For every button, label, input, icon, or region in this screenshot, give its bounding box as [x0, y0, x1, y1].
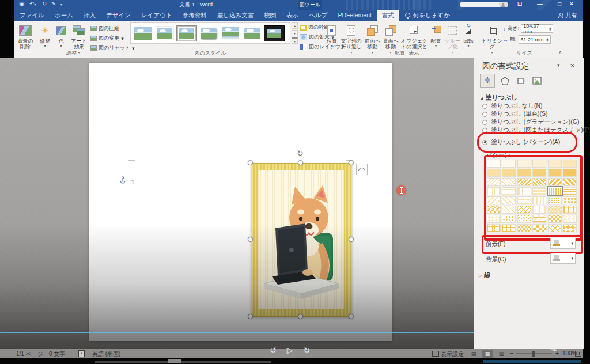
pattern-swatch-13[interactable] — [502, 178, 516, 186]
gallery-down-icon[interactable]: ▾ — [292, 30, 298, 36]
picture-style-thumbnail-2[interactable] — [176, 25, 197, 41]
display-settings-button[interactable]: 表示設定 — [441, 350, 464, 358]
tab-1[interactable]: ホーム — [50, 10, 78, 21]
picture-style-thumbnail-1[interactable] — [154, 25, 175, 41]
pattern-swatch-8[interactable] — [517, 169, 531, 177]
tab-9[interactable]: ヘルプ — [304, 10, 332, 21]
collapse-ribbon-icon[interactable]: ∧ — [558, 50, 562, 55]
tab-11[interactable]: 書式 — [377, 10, 399, 21]
share-button[interactable]: 共有 — [558, 10, 577, 21]
fill-option-3[interactable]: 塗りつぶし (図またはテクスチャ)(P) — [482, 127, 590, 134]
selection-handle-6[interactable] — [298, 314, 303, 319]
pattern-swatch-0[interactable] — [487, 160, 501, 168]
effects-tab[interactable] — [497, 74, 512, 88]
selection-handle-0[interactable] — [248, 160, 253, 165]
page-indicator[interactable]: 1/1 ページ — [16, 350, 43, 358]
pattern-swatch-36[interactable] — [487, 215, 501, 223]
pattern-swatch-5[interactable] — [563, 160, 577, 168]
picture-style-thumbnail-6[interactable] — [264, 25, 285, 41]
pattern-swatch-45[interactable] — [532, 224, 546, 232]
web-layout-button[interactable]: ▥ — [496, 350, 507, 358]
pattern-swatch-46[interactable] — [548, 224, 562, 232]
pattern-swatch-39[interactable] — [532, 215, 546, 223]
pattern-swatch-32[interactable] — [517, 206, 531, 214]
pattern-swatch-43[interactable] — [502, 224, 516, 232]
proofing-icon[interactable]: ✓ — [78, 350, 85, 357]
undo-icon[interactable]: ↶▾ — [29, 1, 36, 7]
play-icon[interactable]: ▷ — [287, 346, 293, 355]
selected-picture[interactable]: ↻ — [251, 163, 351, 317]
pattern-swatch-11[interactable] — [563, 169, 577, 177]
pattern-swatch-12[interactable] — [487, 178, 501, 186]
quick-access-customize-icon[interactable]: ▾ — [60, 1, 62, 7]
fill-line-tab[interactable] — [480, 74, 495, 88]
tell-me-box[interactable]: 何をしますか — [405, 10, 450, 21]
gallery-up-icon[interactable]: ▴ — [292, 22, 298, 29]
pattern-swatch-29[interactable] — [563, 196, 577, 204]
width-input[interactable]: 61.21 mm ▲▼ — [519, 35, 551, 44]
close-icon[interactable]: ✕ — [566, 1, 577, 7]
touch-mode-icon[interactable]: ✎ — [51, 1, 56, 7]
maximize-icon[interactable]: □ — [554, 1, 565, 7]
layout-properties-tab[interactable] — [513, 74, 528, 88]
size-dialog-launcher-icon[interactable] — [546, 51, 550, 55]
pattern-swatch-9[interactable] — [532, 169, 546, 177]
picture-style-thumbnail-4[interactable] — [220, 25, 241, 41]
tab-0[interactable]: ファイル — [14, 10, 50, 21]
minimize-icon[interactable]: — — [535, 1, 545, 7]
pattern-swatch-10[interactable] — [548, 169, 562, 177]
document-page[interactable]: ¶ — [89, 63, 392, 341]
picture-style-thumbnail-3[interactable] — [198, 25, 219, 41]
picture-style-thumbnail-0[interactable] — [133, 25, 153, 41]
fill-section-header[interactable]: ◢塗りつぶし — [480, 93, 517, 102]
pattern-swatch-15[interactable] — [532, 178, 546, 186]
pattern-swatch-23[interactable] — [563, 187, 577, 195]
zoom-slider-thumb[interactable] — [532, 351, 535, 357]
tab-7[interactable]: 校閲 — [259, 10, 281, 21]
pattern-swatch-30[interactable] — [487, 206, 501, 214]
rewind-10-icon[interactable]: ↺10 — [270, 346, 277, 355]
pattern-swatch-20[interactable] — [517, 187, 531, 195]
zoom-out-button[interactable]: − — [510, 350, 514, 357]
save-icon[interactable]: ▣ — [19, 1, 24, 7]
picture-tab[interactable] — [530, 74, 544, 88]
pattern-swatch-41[interactable] — [563, 215, 577, 223]
pattern-swatch-40[interactable] — [548, 215, 562, 223]
selection-handle-5[interactable] — [248, 314, 253, 319]
fit-page-icon[interactable] — [575, 351, 581, 357]
fill-option-0[interactable]: 塗りつぶしなし(N) — [482, 103, 543, 109]
pattern-swatch-17[interactable] — [563, 178, 577, 186]
pattern-swatch-1[interactable] — [502, 160, 516, 168]
ribbon-display-options-icon[interactable]: ⊡ — [515, 1, 525, 7]
redo-icon[interactable]: ↻ — [42, 1, 47, 7]
height-input[interactable]: 104.07 mm ▲▼ — [521, 24, 553, 33]
pane-close-icon[interactable]: ✕ — [570, 62, 575, 70]
tab-5[interactable]: 参考資料 — [177, 10, 212, 21]
tab-6[interactable]: 差し込み文書 — [212, 10, 259, 21]
pattern-swatch-26[interactable] — [517, 196, 531, 204]
pattern-swatch-22[interactable] — [548, 187, 562, 195]
print-layout-button[interactable]: ▦ — [482, 350, 493, 358]
pattern-swatch-47[interactable] — [563, 224, 577, 232]
fill-option-2[interactable]: 塗りつぶし (グラデーション)(G) — [482, 119, 580, 126]
tab-8[interactable]: 表示 — [281, 10, 304, 21]
pattern-swatch-18[interactable] — [487, 187, 501, 195]
pattern-swatch-28[interactable] — [548, 196, 562, 204]
fill-option-4[interactable]: 塗りつぶし (パターン)(A) — [482, 139, 560, 146]
pattern-swatch-7[interactable] — [502, 169, 516, 177]
pattern-swatch-6[interactable] — [487, 169, 501, 177]
pattern-swatch-19[interactable] — [502, 187, 516, 195]
pattern-swatch-31[interactable] — [502, 206, 516, 214]
pattern-swatch-16[interactable] — [548, 178, 562, 186]
selection-handle-1[interactable] — [298, 160, 303, 165]
height-spinner[interactable]: ▲▼ — [549, 26, 553, 31]
pattern-swatch-4[interactable] — [548, 160, 562, 168]
fill-option-1[interactable]: 塗りつぶし (単色)(S) — [482, 111, 547, 117]
word-count[interactable]: 0 文字 — [49, 350, 65, 358]
language-indicator[interactable]: 英語 (米国) — [92, 350, 120, 358]
foreground-color-button[interactable]: ▾ — [550, 238, 576, 249]
selection-handle-3[interactable] — [248, 237, 253, 242]
selection-handle-2[interactable] — [349, 160, 354, 165]
pattern-swatch-44[interactable] — [517, 224, 531, 232]
pattern-swatch-21[interactable] — [532, 187, 546, 195]
